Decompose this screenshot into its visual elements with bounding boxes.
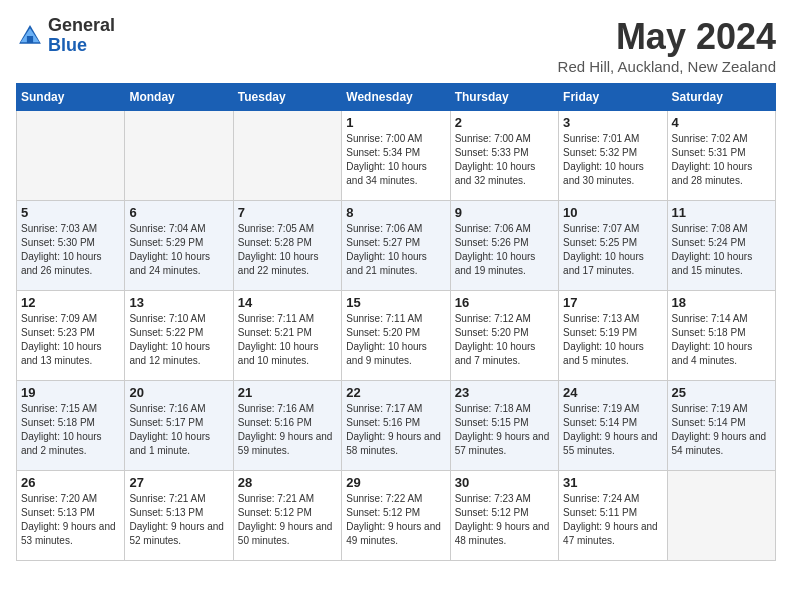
day-info: Sunrise: 7:00 AMSunset: 5:34 PMDaylight:… [346,132,445,188]
day-info: Sunrise: 7:00 AMSunset: 5:33 PMDaylight:… [455,132,554,188]
day-info: Sunrise: 7:11 AMSunset: 5:21 PMDaylight:… [238,312,337,368]
day-number: 3 [563,115,662,130]
day-number: 17 [563,295,662,310]
day-info: Sunrise: 7:15 AMSunset: 5:18 PMDaylight:… [21,402,120,458]
day-cell: 20Sunrise: 7:16 AMSunset: 5:17 PMDayligh… [125,381,233,471]
title-block: May 2024 Red Hill, Auckland, New Zealand [558,16,776,75]
day-cell: 4Sunrise: 7:02 AMSunset: 5:31 PMDaylight… [667,111,775,201]
location: Red Hill, Auckland, New Zealand [558,58,776,75]
day-header-friday: Friday [559,84,667,111]
day-cell: 25Sunrise: 7:19 AMSunset: 5:14 PMDayligh… [667,381,775,471]
day-number: 20 [129,385,228,400]
day-cell: 2Sunrise: 7:00 AMSunset: 5:33 PMDaylight… [450,111,558,201]
day-number: 28 [238,475,337,490]
day-cell: 15Sunrise: 7:11 AMSunset: 5:20 PMDayligh… [342,291,450,381]
day-cell [667,471,775,561]
day-number: 6 [129,205,228,220]
day-info: Sunrise: 7:08 AMSunset: 5:24 PMDaylight:… [672,222,771,278]
day-cell: 19Sunrise: 7:15 AMSunset: 5:18 PMDayligh… [17,381,125,471]
day-info: Sunrise: 7:01 AMSunset: 5:32 PMDaylight:… [563,132,662,188]
day-cell: 17Sunrise: 7:13 AMSunset: 5:19 PMDayligh… [559,291,667,381]
week-row-5: 26Sunrise: 7:20 AMSunset: 5:13 PMDayligh… [17,471,776,561]
day-cell: 26Sunrise: 7:20 AMSunset: 5:13 PMDayligh… [17,471,125,561]
day-cell: 6Sunrise: 7:04 AMSunset: 5:29 PMDaylight… [125,201,233,291]
day-header-saturday: Saturday [667,84,775,111]
day-info: Sunrise: 7:19 AMSunset: 5:14 PMDaylight:… [672,402,771,458]
day-info: Sunrise: 7:05 AMSunset: 5:28 PMDaylight:… [238,222,337,278]
day-cell: 8Sunrise: 7:06 AMSunset: 5:27 PMDaylight… [342,201,450,291]
day-number: 27 [129,475,228,490]
day-number: 10 [563,205,662,220]
day-info: Sunrise: 7:06 AMSunset: 5:27 PMDaylight:… [346,222,445,278]
day-info: Sunrise: 7:22 AMSunset: 5:12 PMDaylight:… [346,492,445,548]
day-number: 14 [238,295,337,310]
day-cell: 12Sunrise: 7:09 AMSunset: 5:23 PMDayligh… [17,291,125,381]
day-cell: 1Sunrise: 7:00 AMSunset: 5:34 PMDaylight… [342,111,450,201]
month-title: May 2024 [558,16,776,58]
day-cell: 31Sunrise: 7:24 AMSunset: 5:11 PMDayligh… [559,471,667,561]
logo-general: General [48,16,115,36]
day-info: Sunrise: 7:13 AMSunset: 5:19 PMDaylight:… [563,312,662,368]
day-number: 1 [346,115,445,130]
day-info: Sunrise: 7:10 AMSunset: 5:22 PMDaylight:… [129,312,228,368]
week-row-1: 1Sunrise: 7:00 AMSunset: 5:34 PMDaylight… [17,111,776,201]
day-info: Sunrise: 7:09 AMSunset: 5:23 PMDaylight:… [21,312,120,368]
day-number: 15 [346,295,445,310]
day-number: 18 [672,295,771,310]
day-info: Sunrise: 7:21 AMSunset: 5:13 PMDaylight:… [129,492,228,548]
day-number: 11 [672,205,771,220]
day-cell: 18Sunrise: 7:14 AMSunset: 5:18 PMDayligh… [667,291,775,381]
week-row-3: 12Sunrise: 7:09 AMSunset: 5:23 PMDayligh… [17,291,776,381]
day-number: 24 [563,385,662,400]
day-header-tuesday: Tuesday [233,84,341,111]
day-info: Sunrise: 7:12 AMSunset: 5:20 PMDaylight:… [455,312,554,368]
day-header-thursday: Thursday [450,84,558,111]
day-header-monday: Monday [125,84,233,111]
header-row: SundayMondayTuesdayWednesdayThursdayFrid… [17,84,776,111]
day-number: 13 [129,295,228,310]
day-number: 26 [21,475,120,490]
day-number: 8 [346,205,445,220]
day-info: Sunrise: 7:06 AMSunset: 5:26 PMDaylight:… [455,222,554,278]
day-cell: 24Sunrise: 7:19 AMSunset: 5:14 PMDayligh… [559,381,667,471]
day-number: 7 [238,205,337,220]
day-info: Sunrise: 7:16 AMSunset: 5:17 PMDaylight:… [129,402,228,458]
day-number: 25 [672,385,771,400]
day-cell: 22Sunrise: 7:17 AMSunset: 5:16 PMDayligh… [342,381,450,471]
day-cell: 5Sunrise: 7:03 AMSunset: 5:30 PMDaylight… [17,201,125,291]
logo-icon [16,22,44,50]
day-header-wednesday: Wednesday [342,84,450,111]
week-row-4: 19Sunrise: 7:15 AMSunset: 5:18 PMDayligh… [17,381,776,471]
day-cell [233,111,341,201]
day-cell: 29Sunrise: 7:22 AMSunset: 5:12 PMDayligh… [342,471,450,561]
day-info: Sunrise: 7:14 AMSunset: 5:18 PMDaylight:… [672,312,771,368]
day-cell [125,111,233,201]
day-info: Sunrise: 7:24 AMSunset: 5:11 PMDaylight:… [563,492,662,548]
day-number: 19 [21,385,120,400]
day-number: 30 [455,475,554,490]
day-info: Sunrise: 7:21 AMSunset: 5:12 PMDaylight:… [238,492,337,548]
day-number: 2 [455,115,554,130]
day-info: Sunrise: 7:23 AMSunset: 5:12 PMDaylight:… [455,492,554,548]
day-number: 29 [346,475,445,490]
day-cell [17,111,125,201]
day-number: 12 [21,295,120,310]
day-cell: 30Sunrise: 7:23 AMSunset: 5:12 PMDayligh… [450,471,558,561]
day-info: Sunrise: 7:20 AMSunset: 5:13 PMDaylight:… [21,492,120,548]
day-cell: 3Sunrise: 7:01 AMSunset: 5:32 PMDaylight… [559,111,667,201]
day-number: 31 [563,475,662,490]
day-number: 4 [672,115,771,130]
day-number: 23 [455,385,554,400]
day-cell: 11Sunrise: 7:08 AMSunset: 5:24 PMDayligh… [667,201,775,291]
day-number: 22 [346,385,445,400]
day-info: Sunrise: 7:04 AMSunset: 5:29 PMDaylight:… [129,222,228,278]
day-number: 5 [21,205,120,220]
week-row-2: 5Sunrise: 7:03 AMSunset: 5:30 PMDaylight… [17,201,776,291]
logo: General Blue [16,16,115,56]
day-info: Sunrise: 7:11 AMSunset: 5:20 PMDaylight:… [346,312,445,368]
day-cell: 7Sunrise: 7:05 AMSunset: 5:28 PMDaylight… [233,201,341,291]
day-info: Sunrise: 7:18 AMSunset: 5:15 PMDaylight:… [455,402,554,458]
day-info: Sunrise: 7:16 AMSunset: 5:16 PMDaylight:… [238,402,337,458]
day-info: Sunrise: 7:17 AMSunset: 5:16 PMDaylight:… [346,402,445,458]
logo-text: General Blue [48,16,115,56]
